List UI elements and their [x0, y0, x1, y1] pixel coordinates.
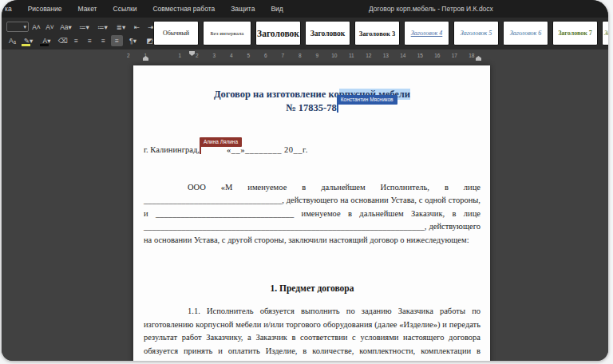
style-button-st-h5[interactable]: Заголовок 5 — [453, 21, 499, 46]
style-button-st-h8[interactable]: Заго — [602, 21, 608, 46]
style-button-st-h4[interactable]: Заголовок 4 — [404, 21, 449, 46]
ribbon-toolbar: ▾A˄A˅Aa▾≔▾≔▾≣▾⇤⇥⇕▾ Aₐ✎▾A▾⌫≡≡≡≡¶▾◩▾ Обычн… — [2, 18, 608, 49]
menu-item[interactable]: Рисование — [28, 5, 62, 13]
ruler-number: 5 — [240, 52, 258, 60]
ruler-numbers: 21123456789101112131415161718 — [120, 52, 481, 60]
ruler-number: 15 — [412, 52, 429, 60]
change-case-icon[interactable]: Aa▾ — [57, 22, 74, 33]
contract-number: № 17835-78 — [286, 102, 337, 113]
align-left-icon[interactable]: ≡ — [70, 35, 82, 46]
decrease-font-size-icon[interactable]: A˅ — [44, 22, 56, 33]
document-title: Договор корп.мебель - Петров И.К.docx — [369, 5, 493, 13]
section-heading-1: 1. Предмет договора — [144, 282, 481, 295]
align-right-icon[interactable]: ≡ — [97, 35, 109, 46]
style-button-st-h3[interactable]: Заголовок 3 — [354, 21, 400, 46]
multilevel-list-icon[interactable]: ≣▾ — [113, 22, 129, 33]
ruler-number: 4 — [223, 52, 240, 60]
title-text: Договор на изготовление ко — [214, 89, 339, 100]
style-button-st-normal[interactable]: Обычный — [153, 21, 199, 46]
ruler-number: 17 — [446, 52, 464, 60]
paragraph-1-1: 1.1. Исполнитель обязуется выполнить по … — [144, 305, 481, 361]
style-button-st-nospace[interactable]: Без интервала — [203, 21, 251, 46]
style-button-st-h1[interactable]: Заголовок — [255, 21, 301, 46]
city-date-line: г. Калининград,Алина Лялина«__»________ … — [144, 144, 481, 157]
text-effects-icon[interactable]: Aₐ — [6, 35, 18, 46]
ruler-number: 11 — [343, 52, 361, 60]
ruler-number: 2 — [120, 52, 137, 60]
collab-cursor-alina: Алина Лялина — [200, 144, 201, 157]
font-size-select[interactable]: ▾ — [6, 22, 29, 32]
ruler-number: 13 — [378, 52, 395, 60]
collab-cursor-konstantin: Константин Мясников — [337, 101, 338, 115]
document-area: 21123456789101112131415161718 Договор на… — [2, 49, 608, 361]
menu-bar: каРисованиеМакетСсылкиСовместная работаЗ… — [2, 0, 608, 18]
menu-items: каРисованиеМакетСсылкиСовместная работаЗ… — [2, 0, 283, 18]
decrease-indent-icon[interactable]: ⇤ — [131, 22, 143, 33]
style-button-st-h7[interactable]: Заголовок 7 — [552, 21, 598, 46]
contract-title-line1: Договор на изготовление корпусной мебели — [144, 88, 481, 101]
app-window: каРисованиеМакетСсылкиСовместная работаЗ… — [2, 0, 608, 361]
document-page[interactable]: Договор на изготовление корпусной мебели… — [133, 65, 490, 361]
ruler-number: 16 — [429, 52, 446, 60]
style-button-st-h6[interactable]: Заголовок 6 — [503, 21, 548, 46]
format-controls: ▾A˄A˅Aa▾≔▾≔▾≣▾⇤⇥⇕▾ Aₐ✎▾A▾⌫≡≡≡≡¶▾◩▾ — [6, 20, 152, 47]
paragraph-tools-row: Aₐ✎▾A▾⌫≡≡≡≡¶▾◩▾ — [6, 34, 152, 47]
styles-gallery: ОбычныйБез интервалаЗаголовокЗаголовокЗа… — [153, 21, 608, 47]
ruler-number: 14 — [394, 52, 412, 60]
menu-item[interactable]: Ссылки — [113, 5, 137, 13]
menu-item[interactable]: Совместная работа — [152, 5, 215, 13]
menu-item[interactable]: Макет — [77, 5, 97, 13]
collab-flag-alina: Алина Лялина — [200, 137, 242, 147]
numbered-list-icon[interactable]: ≔▾ — [94, 22, 111, 33]
ruler-number: 12 — [360, 52, 378, 60]
paragraph-preamble: ООО «М именуемое в дальнейшем Исполнител… — [144, 181, 481, 247]
ruler-number: 1 — [172, 52, 189, 60]
font-tools-row: ▾A˄A˅Aa▾≔▾≔▾≣▾⇤⇥⇕▾ — [6, 20, 152, 34]
menu-item[interactable]: Вид — [271, 5, 283, 13]
bullet-list-icon[interactable]: ≔▾ — [76, 22, 93, 33]
city-text: г. Калининград, — [144, 145, 200, 154]
paragraph-marks-icon[interactable]: ¶▾ — [125, 35, 141, 46]
align-justify-icon[interactable]: ≡ — [111, 35, 123, 46]
date-blank: «__»________ 20__г. — [227, 145, 308, 154]
text-highlight-color-icon[interactable]: ✎▾ — [20, 35, 37, 46]
align-center-icon[interactable]: ≡ — [84, 35, 96, 46]
ruler-number: 7 — [275, 52, 292, 60]
ruler-number — [154, 52, 172, 60]
contract-title-line2: № 17835-78Константин Мясников — [144, 101, 481, 115]
menu-item[interactable]: Защита — [231, 5, 255, 13]
ruler-number: 8 — [291, 52, 309, 60]
increase-font-size-icon[interactable]: A˄ — [30, 22, 42, 33]
ruler-number: 3 — [206, 52, 223, 60]
collab-flag-konstantin: Константин Мясников — [337, 95, 397, 105]
font-color-icon[interactable]: A▾ — [38, 35, 55, 46]
ruler-number: 9 — [309, 52, 326, 60]
style-button-st-h2[interactable]: Заголовок — [305, 21, 350, 46]
menu-item[interactable]: ка — [5, 5, 12, 13]
clear-formatting-icon[interactable]: ⌫ — [57, 35, 69, 46]
ruler-number: 6 — [257, 52, 275, 60]
ruler[interactable]: 21123456789101112131415161718 — [120, 51, 481, 61]
ruler-number: 10 — [326, 52, 343, 60]
